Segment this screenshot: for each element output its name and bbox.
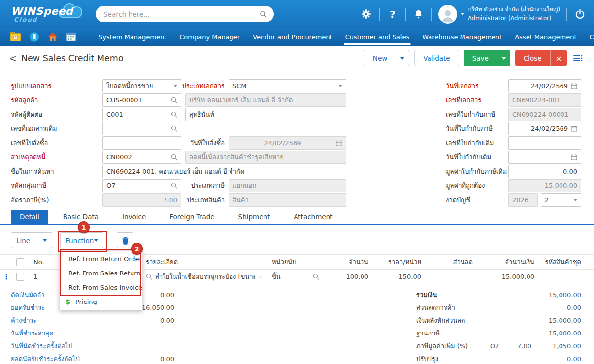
nav-vendor-procurement[interactable]: Vendor and Procurement <box>246 28 338 46</box>
menu-item-label: Ref. From Sales Return <box>68 270 141 277</box>
search-lookup-icon[interactable] <box>171 125 177 132</box>
credit-reason-code: CN0002 <box>106 153 168 161</box>
search-lookup-icon[interactable] <box>313 273 319 280</box>
summary-row: รวมเงิน 15,000.00 <box>416 288 581 301</box>
credit-reason-input[interactable]: CN0002 <box>102 151 181 164</box>
calendar-field-icon[interactable] <box>571 83 577 89</box>
tax-type-label: ประเภทภาษี <box>181 181 229 191</box>
list-menu-icon[interactable] <box>573 54 583 62</box>
bookmark-icon[interactable] <box>29 32 39 42</box>
form-row: รหัสผู้ติดต่อ C001 สุทธินันท์ เลขที่ใบกำ… <box>11 108 581 121</box>
orig-doc-no-input[interactable] <box>102 122 181 135</box>
caret-down-icon <box>338 85 342 87</box>
app-logo[interactable]: WINSpeed Cloud <box>8 0 91 28</box>
tax-invoice-date-input[interactable]: 24/02/2569 <box>508 122 581 135</box>
calendar-field-icon[interactable] <box>571 125 577 132</box>
contact-code-input[interactable]: C001 <box>102 108 181 121</box>
row-unit-price[interactable]: 150.00 <box>368 273 421 280</box>
unit-column-header: หน่วยนับ <box>262 257 326 267</box>
nav-asset-management[interactable]: Asset Management <box>508 28 583 46</box>
close-button[interactable]: Close × <box>515 50 567 66</box>
menu-item-ref-from-return-order[interactable]: Ref. From Return Order <box>60 252 142 266</box>
user-menu[interactable]: บริษัท ตัวอย่าง จำกัด (สำนักงานใหญ่) Adm… <box>438 5 560 24</box>
contact-name-input[interactable]: สุทธินันท์ <box>185 108 346 121</box>
title-bar: < New Sales Credit Memo New Validate Sav… <box>0 46 594 70</box>
tab-foreign-trade[interactable]: Foreign Trade <box>161 210 223 224</box>
quick-icons <box>10 32 76 42</box>
avatar[interactable] <box>438 5 457 24</box>
document-form: รูปแบบเอกสาร ใบลดหนี้การขาย ประเภทเอกสาร… <box>0 70 594 207</box>
home-icon[interactable] <box>47 32 58 42</box>
global-search[interactable] <box>96 6 274 22</box>
period-select[interactable]: 2 <box>541 193 581 207</box>
validate-button[interactable]: Validate <box>414 50 459 66</box>
tax-rate-value: 7.00 <box>106 196 177 204</box>
back-button[interactable]: < <box>9 53 17 63</box>
help-icon[interactable]: ? <box>386 8 399 20</box>
menu-item-ref-from-sales-invoice[interactable]: Ref. From Sales Invoice <box>60 280 142 295</box>
nav-customer-sales[interactable]: Customer and Sales <box>339 28 416 46</box>
orig-tax-value-input[interactable]: 0.00 <box>508 165 581 178</box>
credit-reason-name: ลดหนี้เนื่องจากสินค้าชำรุดเสียหาย <box>189 152 342 162</box>
tab-attachment[interactable]: Attachment <box>285 210 341 224</box>
row-checkbox[interactable] <box>16 273 24 281</box>
trash-icon <box>121 236 130 245</box>
row-drag-handle[interactable]: ⋮ <box>0 273 13 281</box>
save-button[interactable]: Save <box>464 50 510 66</box>
tax-group-input[interactable]: O7 <box>102 179 181 192</box>
orig-tax-date-input[interactable] <box>508 151 581 164</box>
select-all-checkbox[interactable] <box>16 258 24 266</box>
search-lookup-icon[interactable] <box>171 154 177 160</box>
calendar-field-icon[interactable] <box>571 154 577 160</box>
save-dropdown-caret[interactable] <box>497 50 510 66</box>
period-no-value: 2 <box>545 196 570 204</box>
contact-code-value: C001 <box>106 111 168 118</box>
doc-type-select[interactable]: SCM <box>229 79 346 92</box>
price-column-header: ราคา/หน่วย <box>368 257 421 267</box>
doc-date-input[interactable]: 24/02/2569 <box>508 79 581 92</box>
search-input[interactable] <box>102 10 260 19</box>
nav-warehouse-management[interactable]: Warehouse Management <box>416 28 508 46</box>
notifications-bell-icon[interactable] <box>412 9 425 19</box>
menu-item-label: Ref. From Sales Invoice <box>68 284 142 291</box>
row-qty[interactable]: 100.00 <box>326 273 368 280</box>
search-name-input[interactable]: CN690224-001, คอนเวเยอร์ เอ็ม แอนด์ อี จ… <box>102 165 346 178</box>
tax-rate-field: 7.00 <box>102 193 181 207</box>
tab-detail[interactable]: Detail <box>11 210 48 224</box>
delete-row-button[interactable] <box>117 232 133 248</box>
search-icon[interactable] <box>260 10 267 18</box>
row-no: 1 <box>28 273 49 280</box>
tax-invoice-date-label: วันที่ใบกำกับภาษี <box>446 123 508 134</box>
row-unit-cell[interactable]: ชิ้น <box>262 272 326 282</box>
new-button[interactable]: New <box>364 50 409 66</box>
main-navbar: System Management Company Manager Vendor… <box>0 28 594 46</box>
settings-gear-icon[interactable] <box>360 9 373 19</box>
resize-grip-icon[interactable] <box>258 274 262 279</box>
tax-type-value: แยกนอก <box>232 181 342 191</box>
tab-invoice[interactable]: Invoice <box>113 210 155 224</box>
close-x-button[interactable]: × <box>550 50 567 66</box>
logout-power-icon[interactable] <box>573 9 586 19</box>
search-lookup-icon[interactable] <box>171 182 177 189</box>
search-lookup-icon[interactable] <box>146 273 152 280</box>
search-lookup-icon[interactable] <box>171 97 177 103</box>
form-row: สาเหตุลดหนี้ CN0002 ลดหนี้เนื่องจากสินค้… <box>11 151 581 164</box>
summary-row: ฐานภาษี 15,000.00 <box>416 327 581 339</box>
customer-code-input[interactable]: CUS-00001 <box>102 93 181 107</box>
nav-cash-management[interactable]: Cash Management <box>583 28 594 46</box>
summary-row: ภาษีมูลค่าเพิ่ม (%) O7 7.00 1,050.00 <box>416 339 581 352</box>
menu-item-pricing[interactable]: $ Pricing <box>60 295 142 309</box>
line-dropdown-button[interactable]: Line <box>11 232 52 248</box>
menu-item-ref-from-sales-return[interactable]: Ref. From Sales Return <box>60 266 142 280</box>
calendar-icon[interactable] <box>66 32 76 42</box>
orig-tax-no-input[interactable] <box>508 136 581 150</box>
nav-system-management[interactable]: System Management <box>92 28 173 46</box>
search-lookup-icon[interactable] <box>171 111 177 118</box>
row-description-cell[interactable]: สำใยในน้ำเชื่อมบรรจุกระป๋อง [ขนาดใหญ่] <box>146 272 262 282</box>
tab-shipment[interactable]: Shipment <box>230 210 279 224</box>
doc-format-select[interactable]: ใบลดหนี้การขาย <box>102 79 181 92</box>
new-dropdown-caret[interactable] <box>396 50 409 66</box>
recent-folder-icon[interactable] <box>10 32 21 42</box>
nav-company-manager[interactable]: Company Manager <box>173 28 246 46</box>
po-no-input[interactable] <box>102 136 181 150</box>
